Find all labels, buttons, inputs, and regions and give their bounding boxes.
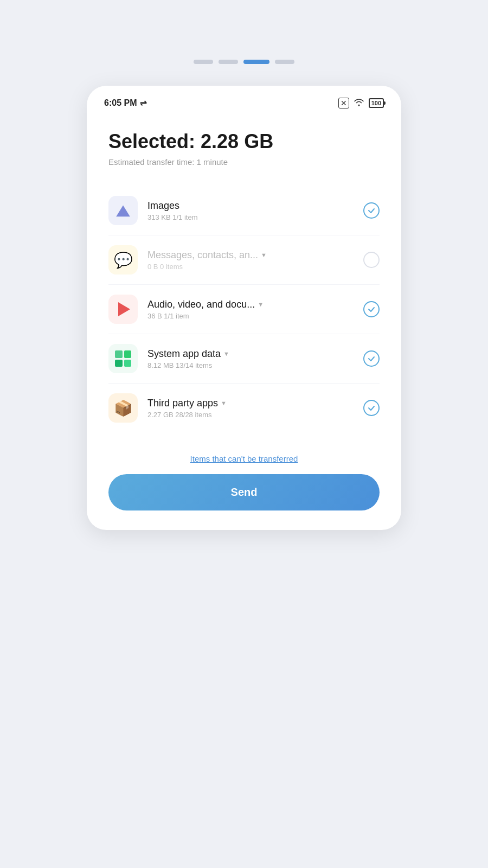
footer-area: Items that can't be transferred Send [87, 443, 401, 530]
third-checkbox[interactable] [363, 400, 380, 416]
messages-arrow: ▼ [261, 252, 267, 258]
system-icon-bg [108, 344, 138, 373]
system-name: System app data ▼ [147, 348, 354, 360]
indicator-1[interactable] [194, 60, 213, 64]
cant-transfer-link[interactable]: Items that can't be transferred [190, 454, 298, 463]
list-item[interactable]: 📦 Third party apps ▼ 2.27 GB 28/28 items [108, 384, 380, 432]
list-item[interactable]: Audio, video, and docu... ▼ 36 B 1/1 ite… [108, 285, 380, 334]
estimated-time: Estimated transfer time: 1 minute [108, 157, 380, 167]
content-area: Selected: 2.28 GB Estimated transfer tim… [87, 114, 401, 443]
audio-play-icon [118, 302, 130, 316]
send-button[interactable]: Send [108, 474, 380, 510]
item-list: Images 313 KB 1/1 item 💬 Messages [108, 186, 380, 432]
system-grid-icon [115, 350, 131, 367]
messages-meta: 0 B 0 items [147, 263, 354, 271]
third-arrow: ▼ [221, 400, 227, 406]
page-indicator-bar [194, 60, 294, 64]
third-icon-bg: 📦 [108, 393, 138, 423]
messages-info: Messages, contacts, an... ▼ 0 B 0 items [147, 250, 354, 271]
third-info: Third party apps ▼ 2.27 GB 28/28 items [147, 398, 354, 419]
third-meta: 2.27 GB 28/28 items [147, 411, 354, 419]
system-arrow: ▼ [223, 350, 229, 357]
audio-checkbox[interactable] [363, 301, 380, 317]
svg-marker-0 [116, 205, 130, 216]
system-checkbox[interactable] [363, 350, 380, 367]
list-item[interactable]: 💬 Messages, contacts, an... ▼ 0 B 0 item… [108, 235, 380, 285]
audio-info: Audio, video, and docu... ▼ 36 B 1/1 ite… [147, 299, 354, 320]
messages-name: Messages, contacts, an... ▼ [147, 250, 354, 261]
images-info: Images 313 KB 1/1 item [147, 200, 354, 221]
status-bar: 6:05 PM ⇌ ✕ 100 [87, 86, 401, 114]
transfer-icon: ⇌ [140, 98, 147, 108]
status-time: 6:05 PM ⇌ [104, 98, 147, 108]
images-checkbox[interactable] [363, 202, 380, 219]
images-name: Images [147, 200, 354, 212]
audio-name: Audio, video, and docu... ▼ [147, 299, 354, 310]
audio-arrow: ▼ [258, 301, 264, 308]
indicator-4[interactable] [275, 60, 294, 64]
screen-record-icon: ✕ [338, 98, 349, 108]
indicator-2[interactable] [219, 60, 238, 64]
system-meta: 8.12 MB 13/14 items [147, 361, 354, 369]
wifi-icon [354, 98, 364, 108]
box-icon: 📦 [114, 399, 133, 417]
list-item[interactable]: Images 313 KB 1/1 item [108, 186, 380, 235]
list-item[interactable]: System app data ▼ 8.12 MB 13/14 items [108, 334, 380, 384]
battery-label: 100 [371, 100, 381, 106]
messages-checkbox[interactable] [363, 252, 380, 268]
selected-title: Selected: 2.28 GB [108, 130, 380, 153]
time-label: 6:05 PM [104, 98, 137, 108]
system-info: System app data ▼ 8.12 MB 13/14 items [147, 348, 354, 369]
phone-card: 6:05 PM ⇌ ✕ 100 Selected: 2.28 GB Estima… [87, 86, 401, 530]
battery-icon: 100 [369, 98, 384, 108]
indicator-3[interactable] [243, 60, 269, 64]
third-name: Third party apps ▼ [147, 398, 354, 409]
audio-meta: 36 B 1/1 item [147, 312, 354, 320]
audio-icon-bg [108, 295, 138, 324]
status-icons: ✕ 100 [338, 98, 384, 108]
messages-icon-bg: 💬 [108, 245, 138, 275]
images-meta: 313 KB 1/1 item [147, 213, 354, 221]
images-icon-bg [108, 196, 138, 225]
